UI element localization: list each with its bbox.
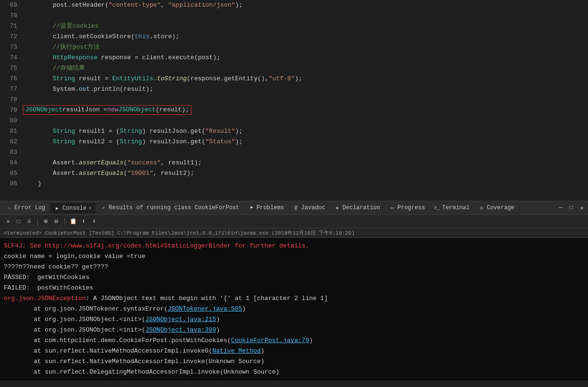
tab-icon: ◈ xyxy=(334,204,341,211)
line-number: 78 xyxy=(0,95,23,105)
clear-button[interactable]: ✕ xyxy=(4,217,12,226)
code-token: ); xyxy=(295,75,303,82)
code-line: 69 post.setHeader("content-type", "appli… xyxy=(0,0,588,11)
new-console-button[interactable]: ⊞ xyxy=(42,217,50,226)
code-line: 70 xyxy=(0,11,588,21)
tab-label: Terminal xyxy=(442,204,470,211)
tab-label: Results of running class CookieForPost xyxy=(109,204,240,211)
tab-icon: >_ xyxy=(433,204,440,211)
maximize-button[interactable]: □ xyxy=(567,204,576,212)
toolbar-separator xyxy=(37,218,38,226)
tab-label: Problems xyxy=(257,204,284,211)
scroll-bottom-button[interactable]: ⬇ xyxy=(90,217,98,226)
code-token: String xyxy=(120,138,142,145)
tab-close-button[interactable]: × xyxy=(88,205,92,211)
code-token: result2 = ( xyxy=(75,138,120,145)
highlighted-line-box: JSONObject resultJson = new JSONObject(r… xyxy=(23,105,191,115)
panel-controls: —□✕ xyxy=(556,204,586,212)
code-token: "success" xyxy=(127,159,160,166)
code-token: Assert. xyxy=(23,170,79,177)
status-text: <terminated> CookieForPost [TestNG] C:\P… xyxy=(4,229,355,236)
tab-error-log[interactable]: ⚠Error Log xyxy=(2,202,49,214)
console-text[interactable]: CookieForPost.java:79 xyxy=(231,337,309,344)
code-line: 79 JSONObject resultJson = new JSONObjec… xyxy=(0,105,588,116)
scroll-lock-button[interactable]: □ xyxy=(14,217,23,226)
tab-problems[interactable]: ⚑Problems xyxy=(244,202,288,214)
code-token: result = xyxy=(75,75,112,82)
code-token: result1 = ( xyxy=(75,128,120,135)
code-token xyxy=(23,75,52,82)
code-token: "Result" xyxy=(205,128,235,135)
code-line: 72 client.setCookieStore(this.store); xyxy=(0,32,588,42)
code-token: resultJson = xyxy=(63,105,107,115)
code-content: String result = EntityUtils.toString(res… xyxy=(23,74,588,84)
pin-button[interactable]: ⊟ xyxy=(52,217,61,226)
scroll-top-button[interactable]: ⬆ xyxy=(79,217,88,226)
code-token: } xyxy=(23,180,42,187)
code-token: Assert. xyxy=(23,159,79,166)
tab-progress[interactable]: ▭Progress xyxy=(385,202,429,214)
code-token: EntityUtils xyxy=(112,75,153,82)
console-line: at org.json.JSONObject.<init>(JSONObject… xyxy=(4,314,584,325)
code-token: String xyxy=(52,138,75,145)
console-text: ) xyxy=(216,326,220,333)
code-token: this xyxy=(135,33,149,40)
code-token: toString xyxy=(157,75,187,82)
tab-console[interactable]: ▶Console× xyxy=(50,202,95,214)
code-line: 85 Assert.assertEquals("10001", result2)… xyxy=(0,168,588,179)
code-editor: 69 post.setHeader("content-type", "appli… xyxy=(0,0,588,201)
code-token: "content-type" xyxy=(108,1,160,9)
code-token: , xyxy=(161,1,168,9)
code-content: Assert.assertEquals("10001", result2); xyxy=(23,168,588,179)
code-content: String result1 = (String) resultJson.get… xyxy=(23,126,588,137)
copy-button[interactable]: 📋 xyxy=(69,217,77,226)
line-number: 76 xyxy=(0,74,23,84)
tab-javadoc[interactable]: @Javadoc xyxy=(289,202,329,214)
line-number: 74 xyxy=(0,53,23,63)
code-token: ) resultJson.get( xyxy=(142,138,206,145)
code-line: 77 System.out.println(result); xyxy=(0,84,588,95)
word-wrap-button[interactable]: ≡ xyxy=(25,217,33,226)
minimize-button[interactable]: — xyxy=(556,204,565,212)
code-token: (response.getEntity(), xyxy=(187,75,269,82)
code-token: , result1); xyxy=(161,159,202,166)
tabs-bar: ⚠Error Log▶Console×✓Results of running c… xyxy=(0,201,588,215)
line-number: 82 xyxy=(0,137,23,147)
line-number: 75 xyxy=(0,63,23,74)
tab-declaration[interactable]: ◈Declaration xyxy=(330,202,384,214)
console-text[interactable]: JSONObject.java:215 xyxy=(145,316,216,323)
code-token: ); xyxy=(235,128,243,135)
code-token: "application/json" xyxy=(168,1,235,9)
close-button[interactable]: ✕ xyxy=(578,204,586,212)
console-line: SLF4J: See http://www.slf4j.org/codes.ht… xyxy=(4,241,584,251)
line-number: 71 xyxy=(0,21,23,32)
code-token xyxy=(23,54,52,61)
code-token: ); xyxy=(235,138,243,145)
code-token: //设置cookies xyxy=(23,22,99,30)
code-token: ) resultJson.get( xyxy=(142,128,206,135)
console-text: at sun.reflect.NativeMethodAccessorImpl.… xyxy=(4,358,264,365)
code-line: 75 //存储结果 xyxy=(0,63,588,74)
line-number: 69 xyxy=(0,0,23,11)
console-line: at org.json.JSONObject.<init>(JSONObject… xyxy=(4,325,584,335)
console-line: ????h??need cookie?? get???? xyxy=(4,262,584,272)
code-token: JSONObject xyxy=(118,105,156,115)
tab-coverage[interactable]: ◎Coverage xyxy=(474,202,518,214)
tab-results-of-running-c[interactable]: ✓Results of running class CookieForPost xyxy=(96,202,243,214)
code-token: new xyxy=(107,105,118,115)
tab-icon: ⚑ xyxy=(248,204,255,211)
code-token xyxy=(23,128,52,135)
tab-label: Coverage xyxy=(487,204,514,211)
console-text[interactable]: JSONObject.java:399 xyxy=(145,326,216,333)
console-text[interactable]: JSONTokener.java:505 xyxy=(168,305,242,312)
code-token: client.setCookieStore( xyxy=(23,33,135,40)
code-line: 83 xyxy=(0,147,588,158)
code-line: 84 Assert.assertEquals("success", result… xyxy=(0,158,588,168)
tab-icon: ✓ xyxy=(100,204,107,211)
line-number: 80 xyxy=(0,116,23,126)
console-text[interactable]: Native Method xyxy=(212,347,261,355)
code-token: //执行post方法 xyxy=(23,43,100,51)
tab-terminal[interactable]: >_Terminal xyxy=(430,202,473,214)
console-line: FAILED: postWithCookies xyxy=(4,283,584,293)
status-line: <terminated> CookieForPost [TestNG] C:\P… xyxy=(0,228,588,238)
